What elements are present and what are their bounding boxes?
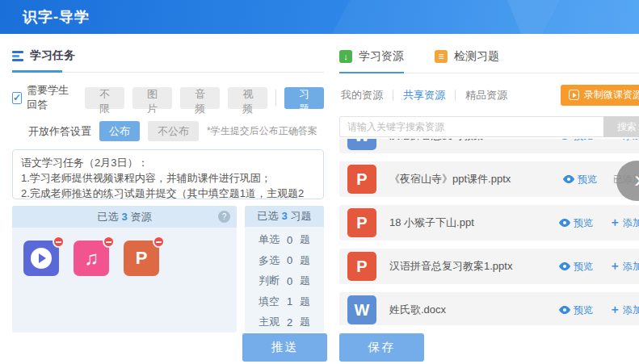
app-window: 识字-导学 学习任务 ✓ 需要学生回答 不限 图片 音频 视频 习题 开放作答设… <box>0 0 639 364</box>
eye-icon <box>559 219 570 227</box>
task-list-icon <box>12 51 23 61</box>
add-link[interactable]: ＋ 添加 <box>609 259 639 274</box>
search-button[interactable]: 搜索 <box>603 116 639 137</box>
type-button-unlimited[interactable]: 不限 <box>85 87 124 109</box>
audio-resource-icon[interactable]: ♫ <box>74 241 109 276</box>
remove-icon[interactable] <box>153 236 165 248</box>
resource-subtabs: 我的资源 共享资源 精品资源 录制微课资源 <box>339 84 639 106</box>
label: 已选 <box>97 210 118 224</box>
resource-row[interactable]: W 姓氏歌.docx 预览 ＋ 添加 <box>339 292 639 325</box>
resource-count: 3 <box>121 211 127 223</box>
exercise-doc-icon: ≡ <box>435 50 448 63</box>
preview-link[interactable]: 预览 <box>559 139 593 143</box>
publish-label: 开放作答设置 <box>28 124 91 139</box>
save-button[interactable]: 保存 <box>339 333 424 362</box>
plus-icon: ＋ <box>609 303 620 317</box>
resource-row[interactable]: P 汉语拼音总复习教案1.pptx 预览 ＋ 添加 <box>339 249 639 284</box>
chevron-right-icon: › <box>634 167 639 191</box>
add-link[interactable]: ＋ 添加 <box>609 215 639 230</box>
remove-icon[interactable] <box>103 236 115 248</box>
publish-note: *学生提交后公布正确答案 <box>207 124 317 138</box>
tab-learning-resources[interactable]: ↓ 学习资源 <box>339 49 404 64</box>
resource-name: 汉语拼音总复习教案1.pptx <box>389 259 559 274</box>
resource-row[interactable]: P 18 小猴子下山.ppt 预览 ＋ 添加 <box>339 205 639 241</box>
tab-test-exercises[interactable]: ≡ 检测习题 <box>435 49 499 64</box>
type-button-video[interactable]: 视频 <box>228 87 267 109</box>
video-resource-icon[interactable] <box>23 241 59 276</box>
resource-row[interactable]: W 汉语拼音总复习教案2.docx 预览 ＋ 添加 <box>339 139 639 153</box>
record-micro-lesson-button[interactable]: 录制微课资源 <box>561 85 639 106</box>
plus-icon: ＋ <box>609 139 620 143</box>
tab-label: 检测习题 <box>454 49 499 64</box>
record-play-icon <box>569 90 579 100</box>
preview-link[interactable]: 预览 <box>559 216 593 230</box>
task-description-input[interactable]: 语文学习任务（2月3日）： 1.学习老师提供视频课程内容，并辅助课件进行巩固； … <box>12 149 324 199</box>
answer-type-row: ✓ 需要学生回答 不限 图片 音频 视频 习题 <box>12 83 324 112</box>
preview-link[interactable]: 预览 <box>559 260 593 274</box>
app-header: 识字-导学 <box>0 0 639 34</box>
learning-task-panel: 学习任务 ✓ 需要学生回答 不限 图片 音频 视频 习题 开放作答设置 公布 不… <box>12 47 324 333</box>
plus-icon: ＋ <box>609 215 620 230</box>
resource-name: 汉语拼音总复习教案2.docx <box>389 139 559 143</box>
ppt-file-icon: P <box>347 252 376 281</box>
exercise-count: 3 <box>281 210 287 222</box>
section-divider <box>12 72 324 73</box>
type-button-audio[interactable]: 音频 <box>180 87 220 109</box>
checkbox-check-icon[interactable]: ✓ <box>12 92 22 104</box>
selected-resources-panel: 已选 3 资源 ? ♫ P <box>12 206 237 333</box>
section-header: 学习任务 <box>12 47 324 65</box>
tabs-divider <box>339 73 639 73</box>
selected-resources-header: 已选 3 资源 ? <box>12 206 237 228</box>
stat-row-true-false: 判断0题 <box>251 271 317 292</box>
label: 资源 <box>131 210 152 224</box>
resource-row[interactable]: P 《夜宿山寺》ppt课件.pptx 预览 已添加 <box>339 161 639 197</box>
remove-icon[interactable] <box>53 236 65 248</box>
ppt-file-icon: P <box>347 208 376 237</box>
resource-list-viewport[interactable]: W 汉语拼音总复习教案2.docx 预览 ＋ 添加 P 《夜宿山寺》ppt课件.… <box>339 139 639 325</box>
add-link[interactable]: ＋ 添加 <box>609 303 639 317</box>
section-title: 学习任务 <box>30 48 75 63</box>
publish-button[interactable]: 公布 <box>99 121 140 141</box>
exercise-stats: 单选0题 多选0题 判断0题 填空1题 主观2题 <box>245 227 324 333</box>
subtab-my-resources[interactable]: 我的资源 <box>339 88 393 103</box>
ppt-resource-icon[interactable]: P <box>124 241 159 276</box>
resource-list: W 汉语拼音总复习教案2.docx 预览 ＋ 添加 P 《夜宿山寺》ppt课件.… <box>339 139 639 325</box>
record-button-label: 录制微课资源 <box>584 88 639 102</box>
resource-search: 搜索 <box>339 116 639 137</box>
selection-summary: 已选 3 资源 ? ♫ P <box>12 206 324 333</box>
push-button[interactable]: 推送 <box>242 333 327 362</box>
stat-row-single-choice: 单选0题 <box>251 230 317 251</box>
selected-resources-body: ♫ P <box>12 228 237 333</box>
stat-row-fill-blank: 填空1题 <box>251 291 317 312</box>
word-file-icon: W <box>347 139 376 150</box>
music-note-icon: ♫ <box>84 249 99 268</box>
subtab-shared-resources[interactable]: 共享资源 <box>393 88 455 103</box>
ppt-file-icon: P <box>347 165 376 194</box>
label: 习题 <box>291 209 312 224</box>
divider <box>275 90 276 106</box>
type-button-image[interactable]: 图片 <box>132 87 172 109</box>
resource-tabs: ↓ 学习资源 ≡ 检测习题 <box>339 47 639 66</box>
search-input[interactable] <box>339 116 639 137</box>
resource-name: 18 小猴子下山.ppt <box>389 215 559 230</box>
resources-panel: ↓ 学习资源 ≡ 检测习题 我的资源 共享资源 精品资源 录制微课资源 搜索 <box>339 47 639 325</box>
add-link[interactable]: ＋ 添加 <box>609 139 639 143</box>
checkbox-label: 需要学生回答 <box>27 83 77 112</box>
resource-name: 《夜宿山寺》ppt课件.pptx <box>389 172 563 186</box>
download-icon: ↓ <box>339 50 352 63</box>
preview-link[interactable]: 预览 <box>559 303 593 317</box>
word-file-icon: W <box>347 295 376 324</box>
eye-icon <box>559 262 570 270</box>
type-button-exercise[interactable]: 习题 <box>284 87 324 109</box>
require-answer-checkbox[interactable]: ✓ 需要学生回答 <box>12 83 77 112</box>
plus-icon: ＋ <box>609 259 620 274</box>
publish-settings-row: 开放作答设置 公布 不公布 *学生提交后公布正确答案 <box>12 121 324 141</box>
help-icon[interactable]: ? <box>218 211 230 223</box>
eye-icon <box>559 306 570 314</box>
header-decoration <box>501 0 639 34</box>
tab-label: 学习资源 <box>359 49 404 64</box>
selected-exercises-header: 已选 3 习题 <box>245 206 324 227</box>
preview-link[interactable]: 预览 <box>563 173 597 186</box>
subtab-premium-resources[interactable]: 精品资源 <box>456 88 517 103</box>
no-publish-button[interactable]: 不公布 <box>148 121 199 141</box>
